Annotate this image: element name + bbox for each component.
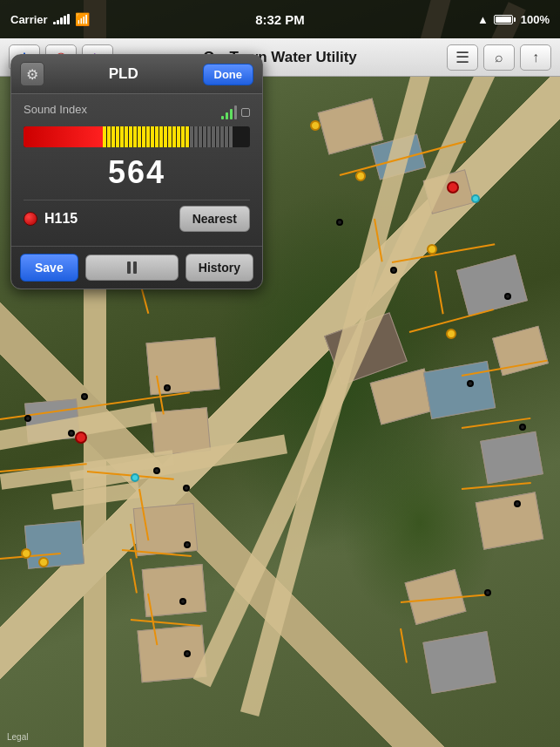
gear-icon: ⚙ <box>26 66 38 83</box>
pld-title: PLD <box>109 65 138 83</box>
nearest-button[interactable]: Nearest <box>179 206 250 232</box>
list-icon: ☰ <box>455 48 469 67</box>
sound-index-label: Sound Index <box>24 103 87 116</box>
sound-bar-stripes <box>103 126 250 147</box>
pause-button[interactable] <box>85 255 179 281</box>
share-icon: ↑ <box>532 50 539 65</box>
pld-panel: ⚙ PLD Done Sound Index <box>10 54 263 289</box>
pause-bar-left <box>127 261 131 274</box>
hydrant-row: H115 Nearest <box>24 200 250 237</box>
search-icon: ⌕ <box>495 50 503 65</box>
pause-bar-right <box>133 261 137 274</box>
hydrant-id: H115 <box>44 211 78 227</box>
legal-text: Legal <box>7 732 28 742</box>
battery-percent: 100% <box>521 13 550 26</box>
hydrant-dot <box>24 212 37 226</box>
location-icon: ▲ <box>477 13 489 26</box>
carrier-text: Carrier <box>10 13 48 26</box>
history-button[interactable]: History <box>186 254 253 282</box>
status-left: Carrier 📶 <box>10 12 90 26</box>
pld-title-bar: ⚙ PLD Done <box>11 55 262 94</box>
status-time: 8:32 PM <box>255 12 305 27</box>
share-button[interactable]: ↑ <box>520 44 551 71</box>
signal-bars <box>53 14 70 24</box>
status-right: ▲ 100% <box>477 13 550 26</box>
wifi-indicator <box>221 105 250 119</box>
pld-body: Sound Index <box>11 94 262 246</box>
status-bar: Carrier 📶 8:32 PM ▲ 100% <box>0 0 560 38</box>
nav-right-buttons: ☰ ⌕ ↑ <box>447 44 551 71</box>
pld-controls: Save History <box>11 246 262 289</box>
sound-value: 564 <box>24 154 250 191</box>
search-button[interactable]: ⌕ <box>483 44 515 71</box>
gear-button[interactable]: ⚙ <box>20 62 44 86</box>
list-view-button[interactable]: ☰ <box>447 44 478 71</box>
battery-icon <box>494 15 516 24</box>
sound-bar-red <box>24 126 103 147</box>
done-button[interactable]: Done <box>203 64 254 85</box>
wifi-status-icon: 📶 <box>75 12 90 26</box>
save-button[interactable]: Save <box>20 254 78 282</box>
hydrant-info: H115 <box>24 211 78 227</box>
sound-index-bar <box>24 126 250 147</box>
